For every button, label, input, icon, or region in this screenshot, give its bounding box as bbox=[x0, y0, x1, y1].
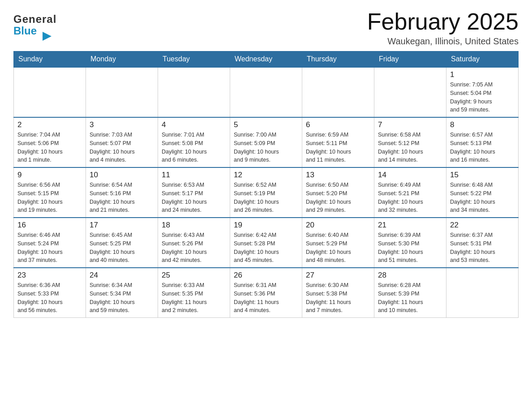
day-number: 8 bbox=[450, 120, 515, 129]
calendar-day-cell: 5Sunrise: 7:00 AM Sunset: 5:09 PM Daylig… bbox=[230, 117, 302, 167]
day-number: 5 bbox=[234, 120, 298, 129]
day-sun-info: Sunrise: 7:01 AM Sunset: 5:08 PM Dayligh… bbox=[162, 131, 226, 164]
day-sun-info: Sunrise: 7:03 AM Sunset: 5:07 PM Dayligh… bbox=[90, 131, 154, 164]
day-number: 3 bbox=[90, 120, 154, 129]
day-number: 14 bbox=[378, 171, 442, 180]
calendar-day-cell: 20Sunrise: 6:40 AM Sunset: 5:29 PM Dayli… bbox=[302, 218, 374, 268]
calendar-day-cell: 24Sunrise: 6:34 AM Sunset: 5:34 PM Dayli… bbox=[86, 268, 158, 318]
calendar-day-cell: 9Sunrise: 6:56 AM Sunset: 5:15 PM Daylig… bbox=[14, 167, 86, 218]
calendar-day-cell: 11Sunrise: 6:53 AM Sunset: 5:17 PM Dayli… bbox=[158, 167, 230, 218]
day-sun-info: Sunrise: 6:30 AM Sunset: 5:38 PM Dayligh… bbox=[306, 281, 370, 315]
calendar-week-row: 2Sunrise: 7:04 AM Sunset: 5:06 PM Daylig… bbox=[14, 117, 519, 167]
calendar-day-cell: 6Sunrise: 6:59 AM Sunset: 5:11 PM Daylig… bbox=[302, 117, 374, 167]
day-sun-info: Sunrise: 7:04 AM Sunset: 5:06 PM Dayligh… bbox=[17, 131, 82, 164]
day-sun-info: Sunrise: 7:00 AM Sunset: 5:09 PM Dayligh… bbox=[234, 131, 298, 164]
day-sun-info: Sunrise: 6:48 AM Sunset: 5:22 PM Dayligh… bbox=[450, 181, 515, 214]
calendar-day-cell: 23Sunrise: 6:36 AM Sunset: 5:33 PM Dayli… bbox=[14, 268, 86, 318]
calendar-day-cell: 10Sunrise: 6:54 AM Sunset: 5:16 PM Dayli… bbox=[86, 167, 158, 218]
day-sun-info: Sunrise: 6:33 AM Sunset: 5:35 PM Dayligh… bbox=[162, 281, 226, 315]
svg-marker-0 bbox=[43, 32, 51, 41]
day-number: 23 bbox=[17, 271, 82, 280]
calendar-day-cell: 13Sunrise: 6:50 AM Sunset: 5:20 PM Dayli… bbox=[302, 167, 374, 218]
calendar-day-cell: 28Sunrise: 6:28 AM Sunset: 5:39 PM Dayli… bbox=[374, 268, 446, 318]
day-sun-info: Sunrise: 6:45 AM Sunset: 5:25 PM Dayligh… bbox=[90, 231, 154, 265]
day-number: 15 bbox=[450, 171, 515, 180]
calendar-day-cell bbox=[14, 67, 86, 117]
calendar-day-cell: 12Sunrise: 6:52 AM Sunset: 5:19 PM Dayli… bbox=[230, 167, 302, 218]
calendar-week-row: 1Sunrise: 7:05 AM Sunset: 5:04 PM Daylig… bbox=[14, 67, 519, 117]
day-number: 1 bbox=[450, 70, 515, 79]
day-number: 27 bbox=[306, 271, 370, 280]
day-of-week-header: Tuesday bbox=[158, 51, 230, 68]
day-sun-info: Sunrise: 6:52 AM Sunset: 5:19 PM Dayligh… bbox=[234, 181, 298, 214]
day-sun-info: Sunrise: 6:59 AM Sunset: 5:11 PM Dayligh… bbox=[306, 131, 370, 164]
day-sun-info: Sunrise: 6:43 AM Sunset: 5:26 PM Dayligh… bbox=[162, 231, 226, 265]
day-sun-info: Sunrise: 6:34 AM Sunset: 5:34 PM Dayligh… bbox=[90, 281, 154, 315]
day-number: 25 bbox=[162, 271, 226, 280]
logo-general: General bbox=[13, 13, 56, 25]
calendar-day-cell: 8Sunrise: 6:57 AM Sunset: 5:13 PM Daylig… bbox=[446, 117, 519, 167]
day-number: 16 bbox=[17, 221, 82, 230]
calendar-day-cell: 16Sunrise: 6:46 AM Sunset: 5:24 PM Dayli… bbox=[14, 218, 86, 268]
day-sun-info: Sunrise: 6:46 AM Sunset: 5:24 PM Dayligh… bbox=[17, 231, 82, 265]
location: Waukegan, Illinois, United States bbox=[367, 36, 519, 47]
day-sun-info: Sunrise: 6:57 AM Sunset: 5:13 PM Dayligh… bbox=[450, 131, 515, 164]
calendar-day-cell bbox=[86, 67, 158, 117]
calendar-day-cell bbox=[446, 268, 519, 318]
day-number: 4 bbox=[162, 120, 226, 129]
calendar-day-cell: 18Sunrise: 6:43 AM Sunset: 5:26 PM Dayli… bbox=[158, 218, 230, 268]
calendar-day-cell: 25Sunrise: 6:33 AM Sunset: 5:35 PM Dayli… bbox=[158, 268, 230, 318]
day-of-week-header: Thursday bbox=[302, 51, 374, 68]
calendar-day-cell bbox=[158, 67, 230, 117]
day-sun-info: Sunrise: 6:36 AM Sunset: 5:33 PM Dayligh… bbox=[17, 281, 82, 315]
calendar-day-cell: 15Sunrise: 6:48 AM Sunset: 5:22 PM Dayli… bbox=[446, 167, 519, 218]
calendar-day-cell: 1Sunrise: 7:05 AM Sunset: 5:04 PM Daylig… bbox=[446, 67, 519, 117]
calendar-day-cell: 19Sunrise: 6:42 AM Sunset: 5:28 PM Dayli… bbox=[230, 218, 302, 268]
day-of-week-header: Sunday bbox=[14, 51, 86, 68]
calendar-day-cell: 3Sunrise: 7:03 AM Sunset: 5:07 PM Daylig… bbox=[86, 117, 158, 167]
day-number: 21 bbox=[378, 221, 442, 230]
calendar-day-cell: 2Sunrise: 7:04 AM Sunset: 5:06 PM Daylig… bbox=[14, 117, 86, 167]
month-title: February 2025 bbox=[367, 9, 519, 34]
day-number: 6 bbox=[306, 120, 370, 129]
calendar-day-cell: 7Sunrise: 6:58 AM Sunset: 5:12 PM Daylig… bbox=[374, 117, 446, 167]
day-of-week-header: Friday bbox=[374, 51, 446, 68]
day-number: 9 bbox=[17, 171, 82, 180]
calendar-day-cell: 21Sunrise: 6:39 AM Sunset: 5:30 PM Dayli… bbox=[374, 218, 446, 268]
day-of-week-header: Wednesday bbox=[230, 51, 302, 68]
day-sun-info: Sunrise: 7:05 AM Sunset: 5:04 PM Dayligh… bbox=[450, 81, 515, 114]
day-sun-info: Sunrise: 6:31 AM Sunset: 5:36 PM Dayligh… bbox=[234, 281, 298, 315]
day-number: 7 bbox=[378, 120, 442, 129]
day-number: 17 bbox=[90, 221, 154, 230]
calendar-week-row: 16Sunrise: 6:46 AM Sunset: 5:24 PM Dayli… bbox=[14, 218, 519, 268]
calendar-day-cell: 22Sunrise: 6:37 AM Sunset: 5:31 PM Dayli… bbox=[446, 218, 519, 268]
day-number: 24 bbox=[90, 271, 154, 280]
day-number: 12 bbox=[234, 171, 298, 180]
calendar-table: SundayMondayTuesdayWednesdayThursdayFrid… bbox=[13, 51, 519, 318]
day-sun-info: Sunrise: 6:42 AM Sunset: 5:28 PM Dayligh… bbox=[234, 231, 298, 265]
day-of-week-header: Monday bbox=[86, 51, 158, 68]
day-number: 28 bbox=[378, 271, 442, 280]
day-sun-info: Sunrise: 6:50 AM Sunset: 5:20 PM Dayligh… bbox=[306, 181, 370, 214]
calendar-day-cell bbox=[302, 67, 374, 117]
day-sun-info: Sunrise: 6:40 AM Sunset: 5:29 PM Dayligh… bbox=[306, 231, 370, 265]
day-sun-info: Sunrise: 6:28 AM Sunset: 5:39 PM Dayligh… bbox=[378, 281, 442, 315]
page-header: General Blue February 2025 Waukegan, Ill… bbox=[13, 9, 519, 47]
day-number: 13 bbox=[306, 171, 370, 180]
calendar-day-cell: 4Sunrise: 7:01 AM Sunset: 5:08 PM Daylig… bbox=[158, 117, 230, 167]
day-number: 26 bbox=[234, 271, 298, 280]
day-number: 22 bbox=[450, 221, 515, 230]
calendar-week-row: 9Sunrise: 6:56 AM Sunset: 5:15 PM Daylig… bbox=[14, 167, 519, 218]
day-sun-info: Sunrise: 6:54 AM Sunset: 5:16 PM Dayligh… bbox=[90, 181, 154, 214]
calendar-week-row: 23Sunrise: 6:36 AM Sunset: 5:33 PM Dayli… bbox=[14, 268, 519, 318]
calendar-day-cell bbox=[230, 67, 302, 117]
day-number: 10 bbox=[90, 171, 154, 180]
calendar-day-cell: 17Sunrise: 6:45 AM Sunset: 5:25 PM Dayli… bbox=[86, 218, 158, 268]
day-number: 19 bbox=[234, 221, 298, 230]
day-sun-info: Sunrise: 6:37 AM Sunset: 5:31 PM Dayligh… bbox=[450, 231, 515, 265]
day-sun-info: Sunrise: 6:49 AM Sunset: 5:21 PM Dayligh… bbox=[378, 181, 442, 214]
day-sun-info: Sunrise: 6:58 AM Sunset: 5:12 PM Dayligh… bbox=[378, 131, 442, 164]
day-number: 2 bbox=[17, 120, 82, 129]
logo: General Blue bbox=[13, 9, 56, 37]
calendar-day-cell: 26Sunrise: 6:31 AM Sunset: 5:36 PM Dayli… bbox=[230, 268, 302, 318]
